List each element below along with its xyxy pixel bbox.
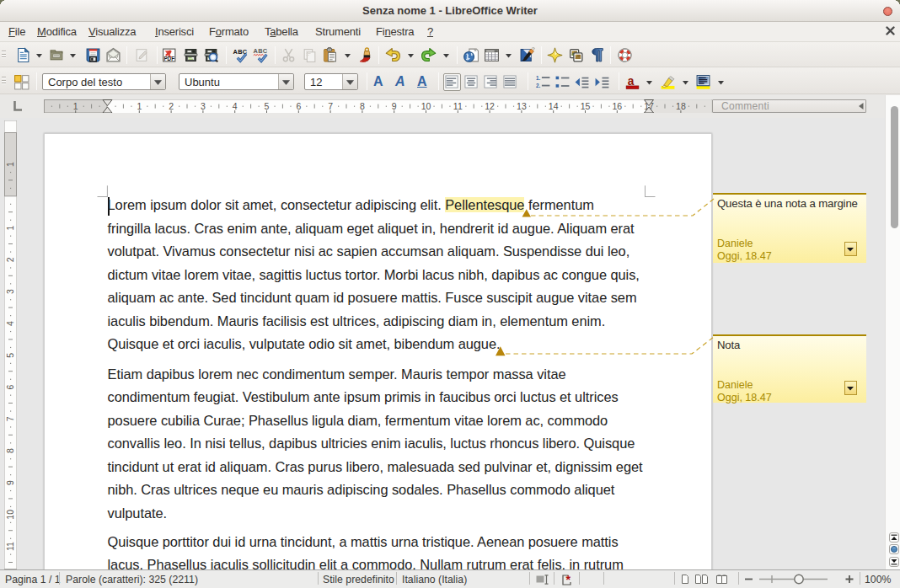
svg-text:*: * <box>565 575 571 585</box>
